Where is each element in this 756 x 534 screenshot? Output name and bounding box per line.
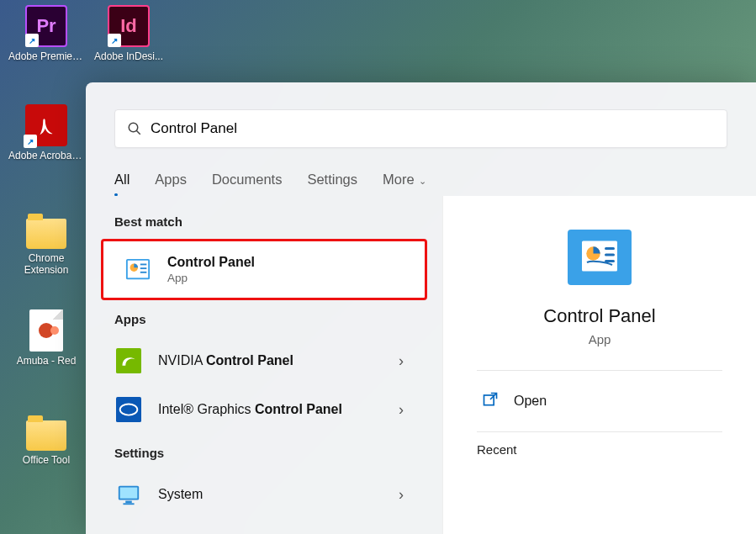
result-title: Control Panel (167, 255, 404, 270)
tab-apps[interactable]: Apps (155, 172, 187, 188)
recent-header: Recent (477, 442, 517, 457)
tab-more[interactable]: More ⌄ (383, 172, 426, 188)
desktop-icon-amuba[interactable]: Amuba - Red (8, 309, 84, 367)
result-subtitle: App (167, 272, 404, 284)
details-subtitle: App (589, 332, 611, 346)
search-icon (127, 121, 142, 136)
result-title: System (158, 487, 383, 502)
desktop-icon-label: Adobe Premiere Pr... (8, 50, 84, 62)
tab-settings[interactable]: Settings (307, 172, 357, 188)
tab-documents[interactable]: Documents (212, 172, 282, 188)
svg-rect-7 (140, 271, 147, 272)
shortcut-arrow-icon: ↗ (24, 135, 37, 148)
desktop-icon-acrobat[interactable]: ↗ Adobe Acrobat DC (8, 104, 84, 161)
result-intel-graphics-control-panel[interactable]: Intel® Graphics Control Panel › (101, 385, 427, 434)
open-icon (482, 391, 499, 411)
chevron-right-icon: › (399, 352, 404, 370)
control-panel-large-icon (568, 230, 632, 285)
desktop-icon-office-tool[interactable]: Office Tool (8, 414, 84, 466)
search-input[interactable] (151, 120, 715, 137)
desktop-icon-label: Chrome Extension (8, 252, 84, 276)
result-title: Intel® Graphics Control Panel (158, 402, 383, 417)
details-pane: Control Panel App Open Recent (442, 196, 756, 534)
result-nvidia-control-panel[interactable]: NVIDIA Control Panel › (101, 336, 427, 385)
result-control-panel[interactable]: Control Panel App (101, 239, 427, 300)
start-search-panel: All Apps Documents Settings More ⌄ Best … (86, 82, 756, 534)
svg-rect-18 (605, 254, 615, 256)
svg-point-0 (129, 123, 138, 132)
svg-rect-6 (140, 267, 147, 269)
results-column: Best match Control Panel App Apps NVIDIA… (86, 196, 442, 534)
desktop-icon-label: Office Tool (23, 454, 70, 466)
intel-icon (114, 395, 143, 424)
desktop-icon-indesign[interactable]: Id ↗ Adobe InDesi... (91, 5, 167, 62)
tab-all[interactable]: All (114, 172, 130, 188)
svg-rect-12 (120, 488, 138, 499)
desktop-icon-label: Amuba - Red (17, 355, 77, 367)
powerpoint-doc-icon (29, 309, 63, 352)
svg-rect-13 (125, 501, 132, 504)
settings-header: Settings (86, 434, 442, 470)
divider (477, 431, 722, 432)
chevron-right-icon: › (399, 401, 404, 419)
search-tabs: All Apps Documents Settings More ⌄ (86, 148, 756, 196)
nvidia-icon (114, 346, 143, 375)
open-action[interactable]: Open (477, 371, 722, 431)
chevron-right-icon: › (399, 486, 404, 504)
desktop-icon-label: Adobe InDesi... (94, 50, 163, 62)
apps-header: Apps (86, 300, 442, 336)
svg-rect-8 (116, 348, 141, 373)
result-system[interactable]: System › (101, 470, 427, 519)
monitor-icon (114, 480, 143, 509)
svg-line-1 (136, 130, 140, 135)
control-panel-icon (124, 256, 152, 284)
open-label: Open (514, 394, 547, 409)
chevron-down-icon: ⌄ (416, 176, 426, 186)
desktop-icon-label: Adobe Acrobat DC (8, 150, 84, 161)
svg-rect-17 (605, 247, 615, 250)
result-title: NVIDIA Control Panel (158, 353, 383, 368)
shortcut-arrow-icon: ↗ (25, 34, 39, 47)
folder-icon (26, 219, 66, 249)
desktop-icon-chrome-extension[interactable]: Chrome Extension (8, 212, 84, 276)
search-box[interactable] (114, 109, 727, 148)
svg-rect-5 (140, 263, 147, 265)
acrobat-icon (34, 113, 59, 138)
details-title: Control Panel (543, 305, 655, 327)
best-match-header: Best match (86, 203, 442, 239)
shortcut-arrow-icon: ↗ (108, 34, 121, 47)
desktop-icon-premiere[interactable]: Pr ↗ Adobe Premiere Pr... (8, 5, 84, 62)
svg-rect-14 (123, 503, 134, 505)
folder-icon (26, 420, 66, 451)
